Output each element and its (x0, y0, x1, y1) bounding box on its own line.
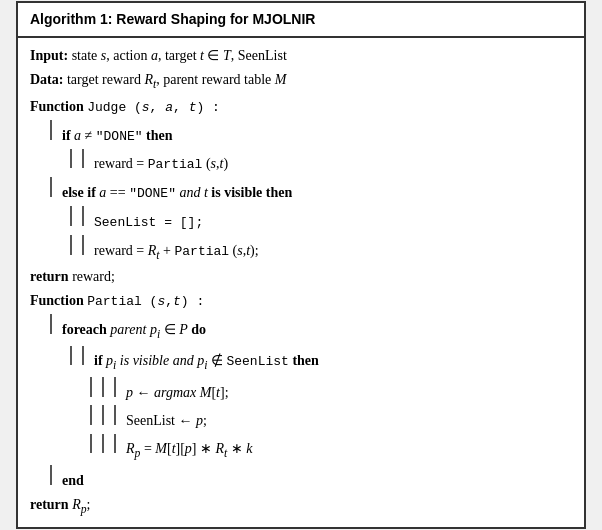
end-text: end (62, 470, 84, 492)
func1-signature: Judge (s, a, t) : (87, 98, 220, 118)
vbar17 (114, 405, 116, 425)
if2-text: if pi is visible and pi ∉ SeenList then (94, 350, 319, 375)
func2-signature: Partial (s,t) : (87, 292, 204, 312)
vbar9 (50, 314, 52, 334)
algorithm-title-text: Algorithm 1: Reward Shaping for MJOLNIR (30, 11, 315, 27)
reward2-text: reward = Rt + Partial (s,t); (94, 240, 259, 265)
rp-assign-text: Rp = M[t][p] ∗ Rt ∗ k (126, 438, 253, 463)
vbar14 (114, 377, 116, 397)
end-line: end (30, 464, 572, 492)
vbar19 (102, 434, 104, 454)
vbar12 (90, 377, 92, 397)
if2-line: if pi is visible and pi ∉ SeenList then (30, 345, 572, 376)
function-partial-line: Function Partial (s,t) : (30, 289, 572, 313)
data-line: Data: target reward Rt, parent reward ta… (30, 68, 572, 95)
seenlist2-text: SeenList ← p; (126, 410, 207, 432)
vbar3 (82, 149, 84, 169)
return1-line: return reward; (30, 265, 572, 289)
func1-keyword: Function (30, 96, 84, 118)
vbar5 (70, 206, 72, 226)
reward1-line: reward = Partial (s,t) (30, 148, 572, 177)
return2-line: return Rp; (30, 493, 572, 520)
return2-text: return Rp; (30, 494, 90, 519)
seenlist-line: SeenList = []; (30, 205, 572, 234)
vbar2 (70, 149, 72, 169)
seenlist-text: SeenList = []; (94, 213, 203, 233)
algorithm-body: Input: state s, action a, target t ∈ T, … (18, 38, 584, 527)
vbar4 (50, 177, 52, 197)
elseif-line: else if a == "DONE" and t is visible the… (30, 176, 572, 205)
input-line: Input: state s, action a, target t ∈ T, … (30, 44, 572, 68)
p-assign-line: p ← argmax M[t]; (30, 376, 572, 404)
p-assign-text: p ← argmax M[t]; (126, 382, 229, 404)
elseif-text: else if a == "DONE" and t is visible the… (62, 182, 292, 204)
vbar11 (82, 346, 84, 366)
if1-text: if a ≠ "DONE" then (62, 125, 173, 147)
func2-keyword: Function (30, 290, 84, 312)
vbar18 (90, 434, 92, 454)
reward2-line: reward = Rt + Partial (s,t); (30, 234, 572, 265)
vbar16 (102, 405, 104, 425)
algorithm-title: Algorithm 1: Reward Shaping for MJOLNIR (18, 3, 584, 39)
vbar21 (50, 465, 52, 485)
data-label: Data: (30, 69, 63, 91)
vbar10 (70, 346, 72, 366)
vbar20 (114, 434, 116, 454)
vbar1 (50, 120, 52, 140)
input-label: Input: (30, 45, 68, 67)
vbar6 (82, 206, 84, 226)
input-text: state s, action a, target t ∈ T, SeenLis… (72, 45, 287, 67)
vbar8 (82, 235, 84, 255)
rp-assign-line: Rp = M[t][p] ∗ Rt ∗ k (30, 433, 572, 464)
foreach-text: foreach parent pi ∈ P do (62, 319, 206, 344)
vbar13 (102, 377, 104, 397)
vbar15 (90, 405, 92, 425)
foreach-line: foreach parent pi ∈ P do (30, 313, 572, 344)
return1-text: return reward; (30, 266, 115, 288)
algorithm-container: Algorithm 1: Reward Shaping for MJOLNIR … (16, 1, 586, 530)
vbar7 (70, 235, 72, 255)
function-judge-line: Function Judge (s, a, t) : (30, 95, 572, 119)
if1-line: if a ≠ "DONE" then (30, 119, 572, 148)
data-text: target reward Rt, parent reward table M (67, 69, 287, 94)
reward1-text: reward = Partial (s,t) (94, 153, 228, 175)
seenlist2-line: SeenList ← p; (30, 404, 572, 432)
